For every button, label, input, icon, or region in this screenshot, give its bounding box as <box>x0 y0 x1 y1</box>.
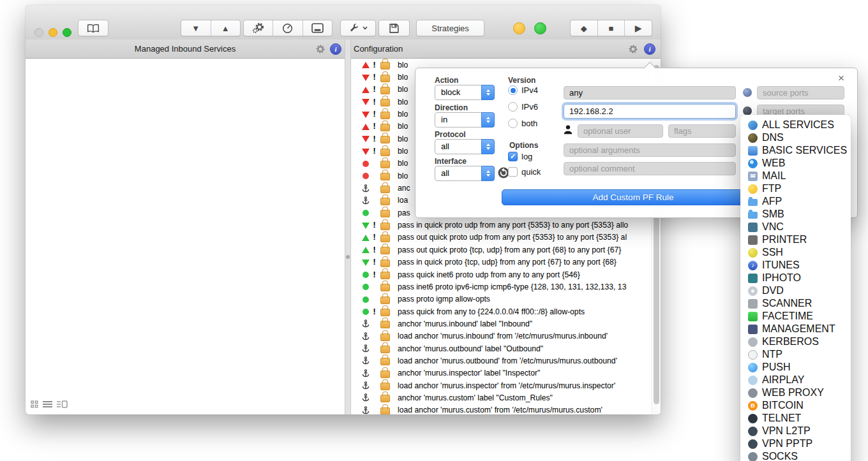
service-item[interactable]: WEB PROXY <box>740 386 851 399</box>
flags-field[interactable] <box>668 124 736 138</box>
move-up-button[interactable]: ▲ <box>211 20 241 36</box>
service-item[interactable]: SSH <box>740 246 851 259</box>
service-item[interactable]: PRINTER <box>740 233 851 246</box>
lock-icon <box>380 136 390 143</box>
traffic-light-minimize[interactable] <box>49 28 57 37</box>
move-down-button[interactable]: ▼ <box>181 20 211 36</box>
service-label: VPN PPTP <box>762 438 812 450</box>
info-button[interactable]: i <box>644 43 655 55</box>
left-pane-header: Managed Inbound Services i <box>26 40 345 59</box>
anchor-icon <box>362 406 370 414</box>
pane-splitter[interactable] <box>345 40 351 414</box>
service-item[interactable]: SCANNER <box>740 297 851 310</box>
pf-rule-row[interactable]: anchor 'murus.inbound' label "Inbound" <box>351 318 651 330</box>
detail-view-icon[interactable] <box>57 400 68 408</box>
source-ports-field[interactable] <box>757 86 844 99</box>
service-item[interactable]: WEB <box>740 157 851 170</box>
globe-lock-icon <box>748 439 758 449</box>
service-item[interactable]: NTP <box>740 348 851 361</box>
service-item[interactable]: MANAGEMENT <box>740 323 851 335</box>
display-button[interactable] <box>303 20 332 36</box>
source-address-field[interactable] <box>564 86 736 99</box>
optional-arguments-field[interactable] <box>564 143 736 157</box>
pf-rule-row[interactable]: pass inet6 proto ipv6-icmp icmp6-type {1… <box>351 281 651 293</box>
log-checkbox[interactable]: ✓ log <box>508 152 532 161</box>
ipv4-radio[interactable]: IPv4 <box>508 85 538 95</box>
service-item[interactable]: VNC <box>740 221 851 233</box>
strategies-button[interactable]: Strategies <box>416 20 484 36</box>
alert-bang: ! <box>371 147 377 156</box>
info-button[interactable]: i <box>330 43 341 55</box>
service-item[interactable]: DVD <box>740 284 851 297</box>
service-item[interactable]: AFP <box>740 195 851 208</box>
target-globe-icon[interactable] <box>743 106 752 115</box>
pf-rule-row[interactable]: load anchor 'murus.outbound' from '/etc/… <box>351 355 651 367</box>
service-item[interactable]: ✉ MAIL <box>740 170 851 182</box>
service-item[interactable]: SOCKS <box>740 450 851 461</box>
settings-button[interactable] <box>244 20 273 36</box>
pf-rule-row[interactable]: ! pass out quick proto udp from any port… <box>351 231 651 244</box>
pf-rule-row[interactable]: ! pass out quick proto {tcp, udp} from a… <box>351 244 651 256</box>
action-dropdown[interactable]: block <box>435 85 495 100</box>
pf-rule-row[interactable]: ! pass quick from any to {224.0.0.0/4 ff… <box>351 305 651 318</box>
interface-dropdown[interactable]: all <box>435 166 495 181</box>
pf-rule-row[interactable]: load anchor 'murus.inspector' from '/etc… <box>351 379 651 391</box>
quick-checkbox[interactable]: quick <box>508 167 541 177</box>
both-radio[interactable]: both <box>508 119 537 128</box>
rules-book-button[interactable] <box>78 20 108 36</box>
service-item[interactable]: AIRPLAY <box>740 374 851 386</box>
service-item[interactable]: VPN PPTP <box>740 437 851 450</box>
pf-rule-row[interactable]: ! pass quick inet6 proto udp from any to… <box>351 268 651 281</box>
wrench-menu-button[interactable] <box>340 20 376 36</box>
anchor-icon <box>362 332 370 340</box>
pf-rule-row[interactable]: load anchor 'murus.custom' from '/etc/mu… <box>351 404 651 414</box>
service-item[interactable]: IPHOTO <box>740 272 851 284</box>
service-item[interactable]: KERBEROS <box>740 335 851 348</box>
service-label: FTP <box>762 183 781 194</box>
gear-icon[interactable] <box>628 44 638 54</box>
direction-dropdown[interactable]: in <box>435 112 495 128</box>
save-button[interactable] <box>378 20 410 36</box>
triangle-down-green-icon <box>362 258 370 267</box>
ipv6-radio[interactable]: IPv6 <box>508 102 538 112</box>
add-custom-pf-rule-button[interactable]: Add Custom PF Rule <box>502 189 765 205</box>
diamond-button[interactable]: ◆ <box>571 20 597 36</box>
stop-button[interactable]: ■ <box>597 20 625 36</box>
pf-rule-row[interactable]: ! pass in quick proto {tcp, udp} from an… <box>351 256 651 268</box>
service-item[interactable]: SMB <box>740 208 851 221</box>
start-button[interactable]: ▶ <box>624 20 652 36</box>
pf-rule-row[interactable]: anchor 'murus.custom' label "Custom_Rule… <box>351 391 651 404</box>
pf-rule-row[interactable]: ! pass in quick proto udp from any port … <box>351 219 651 231</box>
service-item[interactable]: PUSH <box>740 361 851 374</box>
protocol-dropdown[interactable]: all <box>435 139 495 154</box>
pf-rule-row[interactable]: anchor 'murus.inspector' label "Inspecto… <box>351 367 651 379</box>
service-item[interactable]: VPN L2TP <box>740 425 851 437</box>
service-item[interactable]: B BITCOIN <box>740 399 851 412</box>
service-label: MAIL <box>762 170 786 182</box>
source-globe-icon[interactable] <box>743 88 752 97</box>
service-item[interactable]: DNS <box>740 131 851 144</box>
pf-rule-row[interactable]: anchor 'murus.outbound' label "Outbound" <box>351 342 651 355</box>
pf-rule-row[interactable]: load anchor 'murus.inbound' from '/etc/m… <box>351 330 651 342</box>
optional-user-field[interactable] <box>578 124 663 138</box>
pf-rule-row[interactable]: pass proto igmp allow-opts <box>351 293 651 305</box>
triangle-down-red-icon <box>362 110 370 119</box>
rule-text: anchor 'murus.outbound' label "Outbound" <box>398 344 543 353</box>
grid-view-icon[interactable] <box>31 400 38 408</box>
service-item[interactable]: ♪ ITUNES <box>740 259 851 272</box>
traffic-light-disabled[interactable] <box>34 28 43 37</box>
direction-label: Direction <box>435 103 468 112</box>
traffic-light-zoom[interactable] <box>63 28 71 37</box>
service-item[interactable]: FTP <box>740 182 851 195</box>
service-item[interactable]: ALL SERVICES <box>740 119 851 131</box>
optional-comment-field[interactable] <box>564 162 736 175</box>
list-view-icon[interactable] <box>43 400 52 408</box>
service-item[interactable]: BASIC SERVICES <box>740 144 851 157</box>
alert-bang: ! <box>371 221 377 230</box>
monitor-button[interactable] <box>273 20 302 36</box>
target-address-field[interactable] <box>564 104 736 119</box>
service-item[interactable]: FACETIME <box>740 310 851 323</box>
gear-icon[interactable] <box>315 44 326 54</box>
service-item[interactable]: TELNET <box>740 412 851 425</box>
close-icon[interactable]: × <box>838 72 844 85</box>
